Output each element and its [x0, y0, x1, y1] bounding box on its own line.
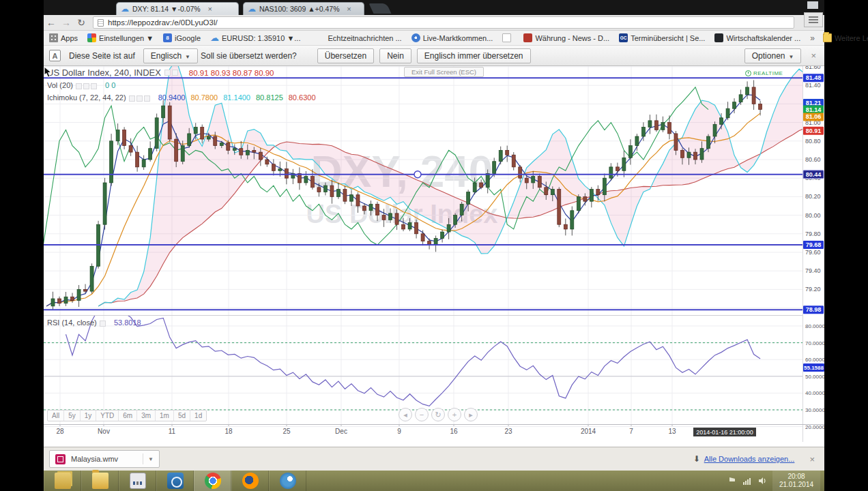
chart-nav-buttons: ◂ − ↻ + ▸ [399, 408, 480, 421]
svg-text:79.20: 79.20 [805, 286, 821, 293]
indicator-control[interactable] [100, 321, 106, 327]
download-item[interactable]: Malaysia.wmv ▼ [49, 450, 160, 468]
scroll-left-button[interactable]: ◂ [399, 408, 412, 421]
svg-text:80.44: 80.44 [806, 171, 822, 178]
svg-text:80.91: 80.91 [806, 128, 822, 134]
openoffice-icon [280, 473, 296, 489]
reset-zoom-button[interactable]: ↻ [431, 408, 445, 421]
no-button[interactable]: Nein [379, 48, 411, 63]
scroll-right-button[interactable]: ▸ [464, 408, 478, 421]
interval-button-5d[interactable]: 5d [173, 411, 190, 421]
translate-button[interactable]: Übersetzen [317, 48, 374, 63]
taskbar-button-firefox[interactable] [231, 471, 269, 491]
chart-canvas[interactable]: 81.6081.4081.2081.0080.8080.6080.4080.20… [44, 66, 824, 447]
interval-button-1y[interactable]: 1y [80, 411, 96, 421]
interval-button-all[interactable]: All [48, 411, 63, 421]
svg-text:79.40: 79.40 [805, 267, 821, 274]
hidden-icons-icon[interactable] [727, 476, 737, 486]
interval-button-6m[interactable]: 6m [118, 411, 136, 421]
indicator-control[interactable] [172, 70, 178, 76]
bookmark-item[interactable] [502, 33, 514, 42]
close-download-shelf-icon[interactable]: × [809, 454, 815, 464]
vol-label: Vol (20) [47, 81, 73, 89]
interval-button-3m[interactable]: 3m [136, 411, 155, 421]
address-bar[interactable]: https://leppozdrav:/e/0DLyuO3l/ [93, 16, 794, 29]
clock-date: 21.01.2014 [772, 481, 820, 489]
interval-button-ytd[interactable]: YTD [96, 411, 118, 421]
indicator-control[interactable] [136, 95, 143, 102]
svg-text:80.00: 80.00 [805, 212, 821, 219]
indicator-control[interactable] [144, 95, 150, 102]
svg-text:9: 9 [397, 428, 401, 435]
indicator-control[interactable] [164, 70, 171, 76]
zoom-out-button[interactable]: − [415, 408, 429, 421]
tab-nas100[interactable]: ☁ NAS100: 3609 ▲+0.47% × [243, 2, 364, 15]
show-all-downloads-link[interactable]: Alle Downloads anzeigen... [704, 455, 795, 463]
infobar-message-2: Soll sie übersetzt werden? [201, 51, 297, 61]
bookmarks-overflow-chevron[interactable]: » [810, 33, 815, 43]
taskbar-button-explorer[interactable] [81, 471, 119, 491]
svg-text:81.06: 81.06 [806, 113, 822, 120]
taskbar-button-media[interactable] [156, 471, 194, 491]
indicator-control[interactable] [129, 95, 135, 102]
tab-dxy[interactable]: ☁ DXY: 81.14 ▼-0.07% × [116, 2, 239, 15]
indicator-control[interactable] [76, 83, 82, 89]
reload-icon[interactable]: ↻ [74, 18, 89, 27]
clock-icon [745, 70, 751, 76]
network-icon[interactable] [742, 476, 752, 486]
bookmark-item[interactable]: 8iGoogle [163, 33, 201, 42]
zoom-in-button[interactable]: + [448, 408, 461, 421]
indicator-control[interactable] [91, 83, 97, 89]
translate-icon: A [49, 50, 61, 61]
bookmark-item[interactable]: Einstellungen ▼ [87, 33, 154, 42]
tab-close-icon[interactable]: × [345, 5, 353, 13]
svg-text:2014-01-16 21:00:00: 2014-01-16 21:00:00 [696, 429, 753, 436]
interval-button-1m[interactable]: 1m [155, 411, 173, 421]
svg-text:79.80: 79.80 [805, 230, 821, 237]
bookmark-label: Terminübersicht | Se... [631, 34, 705, 42]
ichimoku-value: 80.6300 [289, 93, 316, 102]
svg-text:23: 23 [504, 428, 512, 435]
taskbar-button-openoffice[interactable] [269, 471, 306, 491]
back-icon[interactable]: ← [44, 18, 59, 27]
tab-close-icon[interactable]: × [206, 5, 214, 13]
rsi-value: 53.8018 [114, 318, 141, 327]
chart-title: US Dollar Index, 240, INDEX [47, 68, 161, 78]
documents-icon [55, 473, 71, 489]
bookmark-item[interactable]: Wirtschaftskalender ... [714, 33, 800, 42]
taskbar-clock[interactable]: 20:08 21.01.2014 [772, 471, 820, 491]
always-translate-button[interactable]: Englisch immer übersetzen [417, 48, 531, 63]
interval-button-5y[interactable]: 5y [63, 411, 80, 421]
folder-icon [823, 33, 832, 42]
download-item-menu[interactable]: ▼ [143, 453, 154, 464]
tab-label: NAS100: 3609 ▲+0.47% [259, 5, 340, 13]
bookmark-item[interactable]: Echtzeitnachrichten ... [328, 34, 401, 42]
explorer-icon [92, 473, 108, 489]
red-tile-bookmark-icon [523, 33, 532, 42]
svg-text:60.0000: 60.0000 [805, 357, 824, 363]
bookmark-item[interactable]: GCTerminübersicht | Se... [619, 33, 705, 42]
window-control-stub[interactable] [807, 1, 818, 9]
indicator-control[interactable] [83, 83, 89, 89]
forward-icon[interactable]: → [59, 18, 74, 27]
media-icon [167, 473, 184, 489]
bookmark-item[interactable]: ☁EURUSD: 1.35910 ▼... [210, 33, 300, 42]
taskbar-button-chrome[interactable] [194, 471, 231, 491]
options-dropdown[interactable]: Optionen▼ [744, 48, 802, 63]
svg-text:70.0000: 70.0000 [805, 340, 824, 346]
exit-fullscreen-button[interactable]: Exit Full Screen (ESC) [404, 67, 484, 77]
new-tab-button[interactable] [369, 3, 392, 14]
interval-button-1d[interactable]: 1d [190, 411, 206, 421]
taskbar-button-documents[interactable] [44, 471, 81, 491]
volume-icon[interactable] [757, 476, 767, 486]
chrome-menu-button[interactable] [804, 12, 823, 27]
bookmark-item[interactable]: Apps [49, 33, 78, 42]
other-bookmarks-folder[interactable]: Weitere Lesezeichen [823, 33, 868, 42]
bookmark-item[interactable]: Währung - News - D... [523, 33, 609, 42]
bookmark-item[interactable]: Live-Marktkommen... [411, 33, 493, 42]
taskbar-button-presentation[interactable] [119, 471, 156, 491]
bookmark-label: Apps [61, 34, 78, 42]
language-dropdown[interactable]: Englisch▼ [143, 48, 198, 63]
close-infobar-icon[interactable]: × [811, 50, 816, 61]
svg-text:40.0000: 40.0000 [805, 390, 824, 396]
